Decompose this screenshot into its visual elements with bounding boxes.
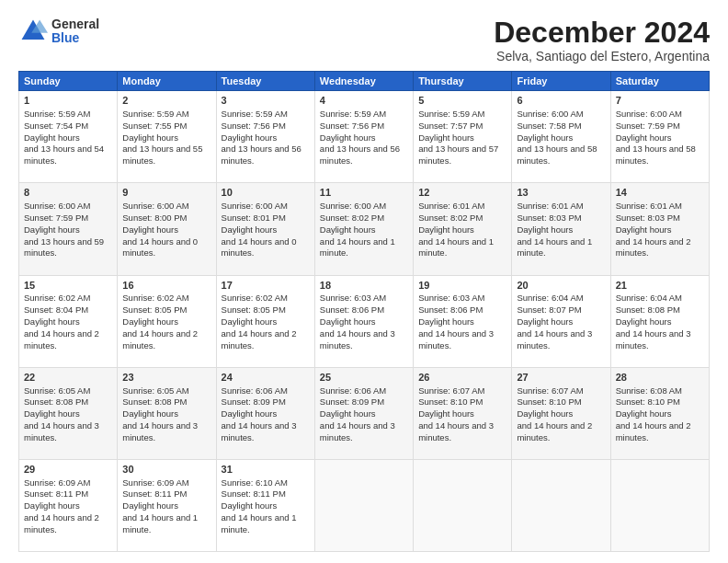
day-number: 7 [616, 94, 704, 108]
day-number: 12 [418, 186, 506, 200]
day-number: 25 [320, 371, 408, 385]
day-number: 2 [122, 94, 210, 108]
table-row: 7Sunrise: 6:00 AMSunset: 7:59 PMDaylight… [610, 91, 709, 183]
table-row: 23Sunrise: 6:05 AMSunset: 8:08 PMDayligh… [118, 367, 216, 459]
table-row: 12Sunrise: 6:01 AMSunset: 8:02 PMDayligh… [414, 183, 512, 275]
logo-icon [18, 17, 48, 46]
day-number: 6 [517, 94, 605, 108]
table-row: 28Sunrise: 6:08 AMSunset: 8:10 PMDayligh… [610, 367, 709, 459]
col-friday: Friday [512, 72, 610, 91]
day-number: 9 [122, 186, 210, 200]
day-number: 8 [24, 186, 112, 200]
table-row: 13Sunrise: 6:01 AMSunset: 8:03 PMDayligh… [512, 183, 610, 275]
day-number: 24 [222, 371, 310, 385]
calendar-week-3: 15Sunrise: 6:02 AMSunset: 8:04 PMDayligh… [19, 275, 710, 367]
table-row: 4Sunrise: 5:59 AMSunset: 7:56 PMDaylight… [314, 91, 413, 183]
col-tuesday: Tuesday [216, 72, 314, 91]
day-number: 1 [24, 94, 112, 108]
logo-general: General [51, 17, 99, 31]
table-row [414, 459, 512, 551]
calendar-week-2: 8Sunrise: 6:00 AMSunset: 7:59 PMDaylight… [19, 183, 710, 275]
day-number: 5 [418, 94, 506, 108]
page: General Blue December 2024 Selva, Santia… [0, 0, 728, 563]
table-row: 20Sunrise: 6:04 AMSunset: 8:07 PMDayligh… [512, 275, 610, 367]
subtitle: Selva, Santiago del Estero, Argentina [494, 49, 710, 63]
day-number: 18 [320, 279, 408, 293]
col-monday: Monday [118, 72, 216, 91]
day-number: 22 [24, 371, 112, 385]
table-row: 24Sunrise: 6:06 AMSunset: 8:09 PMDayligh… [216, 367, 314, 459]
day-number: 10 [222, 186, 310, 200]
day-number: 23 [122, 371, 210, 385]
table-row: 25Sunrise: 6:06 AMSunset: 8:09 PMDayligh… [314, 367, 413, 459]
day-number: 13 [517, 186, 605, 200]
col-wednesday: Wednesday [314, 72, 413, 91]
day-number: 21 [616, 279, 704, 293]
table-row: 16Sunrise: 6:02 AMSunset: 8:05 PMDayligh… [118, 275, 216, 367]
table-row: 19Sunrise: 6:03 AMSunset: 8:06 PMDayligh… [414, 275, 512, 367]
col-thursday: Thursday [414, 72, 512, 91]
main-title: December 2024 [494, 17, 710, 49]
table-row: 17Sunrise: 6:02 AMSunset: 8:05 PMDayligh… [216, 275, 314, 367]
table-row [610, 459, 709, 551]
day-number: 29 [24, 463, 112, 477]
day-number: 20 [517, 279, 605, 293]
table-row: 30Sunrise: 6:09 AMSunset: 8:11 PMDayligh… [118, 459, 216, 551]
day-number: 15 [24, 279, 112, 293]
day-number: 16 [122, 279, 210, 293]
table-row: 10Sunrise: 6:00 AMSunset: 8:01 PMDayligh… [216, 183, 314, 275]
day-number: 17 [222, 279, 310, 293]
logo-blue: Blue [51, 31, 99, 45]
day-number: 27 [517, 371, 605, 385]
calendar-week-1: 1Sunrise: 5:59 AMSunset: 7:54 PMDaylight… [19, 91, 710, 183]
table-row: 29Sunrise: 6:09 AMSunset: 8:11 PMDayligh… [19, 459, 118, 551]
table-row: 8Sunrise: 6:00 AMSunset: 7:59 PMDaylight… [19, 183, 118, 275]
table-row: 3Sunrise: 5:59 AMSunset: 7:56 PMDaylight… [216, 91, 314, 183]
day-number: 31 [222, 463, 310, 477]
table-row: 11Sunrise: 6:00 AMSunset: 8:02 PMDayligh… [314, 183, 413, 275]
table-row: 9Sunrise: 6:00 AMSunset: 8:00 PMDaylight… [118, 183, 216, 275]
calendar-week-5: 29Sunrise: 6:09 AMSunset: 8:11 PMDayligh… [19, 459, 710, 551]
table-row: 31Sunrise: 6:10 AMSunset: 8:11 PMDayligh… [216, 459, 314, 551]
header: General Blue December 2024 Selva, Santia… [18, 17, 710, 63]
table-row: 1Sunrise: 5:59 AMSunset: 7:54 PMDaylight… [19, 91, 118, 183]
col-saturday: Saturday [610, 72, 709, 91]
day-number: 30 [122, 463, 210, 477]
table-row [512, 459, 610, 551]
day-number: 19 [418, 279, 506, 293]
table-row: 14Sunrise: 6:01 AMSunset: 8:03 PMDayligh… [610, 183, 709, 275]
calendar-table: Sunday Monday Tuesday Wednesday Thursday… [18, 71, 710, 552]
day-number: 11 [320, 186, 408, 200]
day-number: 28 [616, 371, 704, 385]
col-sunday: Sunday [19, 72, 118, 91]
table-row: 22Sunrise: 6:05 AMSunset: 8:08 PMDayligh… [19, 367, 118, 459]
table-row: 26Sunrise: 6:07 AMSunset: 8:10 PMDayligh… [414, 367, 512, 459]
table-row: 15Sunrise: 6:02 AMSunset: 8:04 PMDayligh… [19, 275, 118, 367]
day-number: 26 [418, 371, 506, 385]
title-block: December 2024 Selva, Santiago del Estero… [494, 17, 710, 63]
table-row [314, 459, 413, 551]
header-row: Sunday Monday Tuesday Wednesday Thursday… [19, 72, 710, 91]
table-row: 21Sunrise: 6:04 AMSunset: 8:08 PMDayligh… [610, 275, 709, 367]
table-row: 6Sunrise: 6:00 AMSunset: 7:58 PMDaylight… [512, 91, 610, 183]
table-row: 5Sunrise: 5:59 AMSunset: 7:57 PMDaylight… [414, 91, 512, 183]
day-number: 3 [222, 94, 310, 108]
table-row: 18Sunrise: 6:03 AMSunset: 8:06 PMDayligh… [314, 275, 413, 367]
day-number: 4 [320, 94, 408, 108]
calendar-week-4: 22Sunrise: 6:05 AMSunset: 8:08 PMDayligh… [19, 367, 710, 459]
table-row: 2Sunrise: 5:59 AMSunset: 7:55 PMDaylight… [118, 91, 216, 183]
day-number: 14 [616, 186, 704, 200]
table-row: 27Sunrise: 6:07 AMSunset: 8:10 PMDayligh… [512, 367, 610, 459]
logo: General Blue [18, 17, 99, 46]
logo-text: General Blue [51, 17, 99, 46]
